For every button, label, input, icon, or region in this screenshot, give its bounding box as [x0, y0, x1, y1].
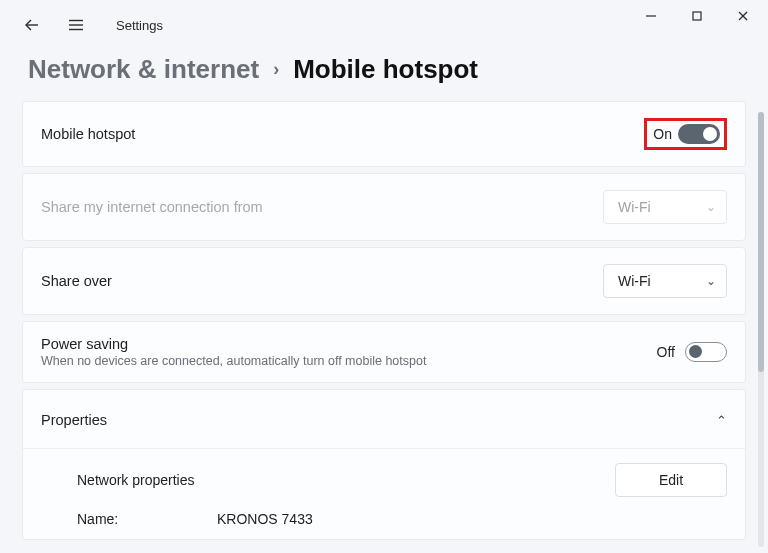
toggle-knob	[703, 127, 717, 141]
chevron-up-icon: ⌃	[716, 413, 727, 428]
edit-button-label: Edit	[659, 472, 683, 488]
scrollbar-thumb[interactable]	[758, 112, 764, 372]
properties-body: Network properties Edit Name: KRONOS 743…	[23, 449, 745, 539]
hotspot-toggle[interactable]	[678, 124, 720, 144]
properties-header[interactable]: Properties ⌃	[23, 390, 745, 449]
row-share-from: Share my internet connection from Wi-Fi …	[22, 173, 746, 241]
window-close-button[interactable]	[720, 1, 766, 31]
row-share-over-label: Share over	[41, 273, 112, 289]
row-power-saving: Power saving When no devices are connect…	[22, 321, 746, 383]
row-mobile-hotspot-label: Mobile hotspot	[41, 126, 135, 142]
highlight-box: On	[644, 118, 727, 150]
property-name-key: Name:	[77, 511, 217, 527]
chevron-down-icon: ⌄	[706, 200, 716, 214]
row-share-from-label: Share my internet connection from	[41, 199, 263, 215]
breadcrumb: Network & internet › Mobile hotspot	[0, 36, 768, 101]
share-over-value: Wi-Fi	[618, 273, 651, 289]
network-properties-label: Network properties	[41, 472, 195, 488]
hotspot-toggle-state: On	[653, 126, 672, 142]
row-share-over: Share over Wi-Fi ⌄	[22, 247, 746, 315]
chevron-down-icon: ⌄	[706, 274, 716, 288]
window-maximize-button[interactable]	[674, 1, 720, 31]
app-title: Settings	[116, 18, 163, 33]
edit-button[interactable]: Edit	[615, 463, 727, 497]
network-properties-row: Network properties Edit	[41, 463, 727, 497]
property-name-value: KRONOS 7433	[217, 511, 313, 527]
window-minimize-button[interactable]	[628, 1, 674, 31]
scrollbar[interactable]	[758, 112, 764, 547]
row-power-saving-label: Power saving	[41, 336, 426, 352]
row-mobile-hotspot: Mobile hotspot On	[22, 101, 746, 167]
toggle-knob	[689, 345, 702, 358]
property-name-row: Name: KRONOS 7433	[41, 511, 727, 527]
power-saving-toggle-state: Off	[657, 344, 675, 360]
content-area: Mobile hotspot On Share my internet conn…	[0, 101, 768, 540]
properties-title: Properties	[41, 412, 107, 428]
share-from-value: Wi-Fi	[618, 199, 651, 215]
row-power-saving-sublabel: When no devices are connected, automatic…	[41, 354, 426, 368]
breadcrumb-parent[interactable]: Network & internet	[28, 54, 259, 85]
chevron-right-icon: ›	[273, 59, 279, 80]
back-button[interactable]	[20, 13, 44, 37]
share-from-select: Wi-Fi ⌄	[603, 190, 727, 224]
properties-card: Properties ⌃ Network properties Edit Nam…	[22, 389, 746, 540]
breadcrumb-current: Mobile hotspot	[293, 54, 478, 85]
share-over-select[interactable]: Wi-Fi ⌄	[603, 264, 727, 298]
menu-button[interactable]	[64, 13, 88, 37]
power-saving-toggle[interactable]	[685, 342, 727, 362]
svg-rect-1	[693, 12, 701, 20]
